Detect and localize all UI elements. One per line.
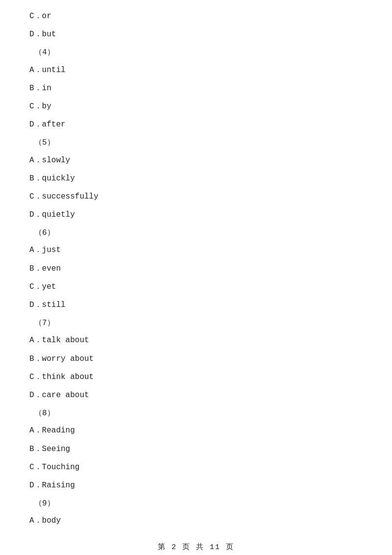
d-still: D．still	[29, 299, 363, 312]
label-9: （9）	[29, 497, 363, 510]
c-yet: C．yet	[29, 280, 363, 294]
d-but: D．but	[29, 28, 363, 41]
d-after: D．after	[29, 118, 363, 131]
b-quickly: B．quickly	[29, 172, 363, 185]
a-just: A．just	[29, 244, 363, 257]
a-slowly: A．slowly	[29, 154, 363, 167]
a-until: A．until	[29, 64, 363, 77]
d-care-about: D．care about	[29, 389, 363, 402]
c-by: C．by	[29, 100, 363, 113]
b-even: B．even	[29, 262, 363, 276]
label-5: （5）	[29, 136, 363, 150]
d-raising: D．Raising	[29, 479, 363, 492]
page-content: C．orD．but（4）A．untilB．inC．byD．after（5）A．s…	[29, 10, 363, 528]
c-think-about: C．think about	[29, 371, 363, 384]
label-7: （7）	[29, 317, 363, 330]
a-talk-about: A．talk about	[29, 334, 363, 347]
label-6: （6）	[29, 227, 363, 240]
c-successfully: C．successfully	[29, 190, 363, 203]
label-8: （8）	[29, 407, 363, 420]
b-worry-about: B．worry about	[29, 353, 363, 366]
c-or: C．or	[29, 10, 363, 23]
c-touching: C．Touching	[29, 461, 363, 474]
d-quietly: D．quietly	[29, 208, 363, 222]
b-in: B．in	[29, 82, 363, 95]
page-footer: 第 2 页 共 11 页	[29, 542, 363, 552]
b-seeing: B．Seeing	[29, 443, 363, 456]
label-4: （4）	[29, 46, 363, 59]
a-reading: A．Reading	[29, 424, 363, 437]
a-body: A．body	[29, 514, 363, 528]
